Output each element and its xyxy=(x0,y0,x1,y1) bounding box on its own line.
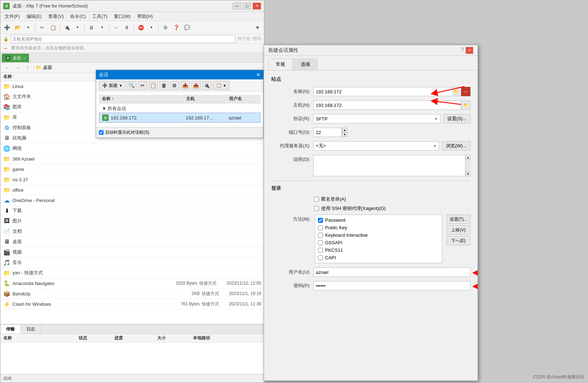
method-publickey-check[interactable] xyxy=(318,225,323,230)
export-btn[interactable]: 📤 xyxy=(191,81,201,90)
import-btn[interactable]: 📥 xyxy=(181,81,190,90)
menu-file[interactable]: 文件(F) xyxy=(2,13,23,20)
dropdown-btn-3[interactable]: ▼ xyxy=(97,23,107,33)
menu-tools[interactable]: 工具(T) xyxy=(89,13,110,20)
port-down-btn[interactable]: ▼ xyxy=(342,132,348,137)
list-item[interactable]: 📦 Bandizip 2KB 快捷方式 2023/11/1, 19:19 xyxy=(0,289,264,299)
chat-button[interactable]: 💬 xyxy=(182,23,192,33)
host-input[interactable] xyxy=(313,100,461,110)
desc-scroll-down[interactable]: ▼ xyxy=(465,171,470,176)
list-item[interactable]: 🎵 音乐 xyxy=(0,257,264,268)
tab-options[interactable]: 选项 xyxy=(293,59,318,70)
protocol-select[interactable]: SFTP ▼ xyxy=(313,114,440,123)
back-button[interactable]: ← xyxy=(3,64,12,72)
connect-session-btn[interactable]: 🔌 xyxy=(202,81,211,90)
list-item[interactable]: 📁 yan - 快捷方式 xyxy=(0,268,264,278)
cut-button[interactable]: ✂ xyxy=(37,23,47,33)
method-capi-check[interactable] xyxy=(318,255,323,260)
view-btn[interactable]: 📋 ▼ xyxy=(213,81,230,90)
list-item[interactable]: 🖥 桌面 xyxy=(0,237,264,247)
proxy-select[interactable]: <无> ▼ xyxy=(313,141,439,151)
new-session-btn[interactable]: ➕ 新建 ▼ xyxy=(99,81,126,90)
open-button[interactable]: 📂 xyxy=(13,23,23,33)
browse-btn[interactable]: 浏览(W)... xyxy=(442,141,470,151)
anon-login-checkbox[interactable] xyxy=(314,197,319,202)
dropdown-btn[interactable]: ▼ xyxy=(23,23,33,33)
transfer-tab[interactable]: 传输 xyxy=(0,325,21,334)
close-button[interactable]: ✕ xyxy=(253,3,261,10)
dropdown-btn-2[interactable]: ▼ xyxy=(73,23,83,33)
pause-button[interactable]: ⏸ xyxy=(122,23,132,33)
name-folder-btn[interactable]: 📁 xyxy=(452,87,461,96)
session-close-button[interactable]: ✕ xyxy=(256,72,260,78)
method-gssapi-check[interactable] xyxy=(318,240,323,245)
list-item[interactable]: 🖼 图片 xyxy=(0,216,264,226)
list-item[interactable]: ⚡ Clash for Windows 761 Bytes 快捷方式 2023/… xyxy=(0,299,264,309)
method-settings-btn[interactable]: 设置(T)... xyxy=(447,215,470,224)
scissors-btn[interactable]: ✂ xyxy=(138,81,147,90)
port-up-btn[interactable]: ▲ xyxy=(342,128,348,132)
method-password-check[interactable] xyxy=(318,218,323,223)
desktop-tab[interactable]: 🖥 桌面 × xyxy=(2,54,29,62)
name-input[interactable] xyxy=(313,87,452,96)
list-item[interactable]: 📁 office xyxy=(0,185,264,195)
file-date: 2023/11/1, 11:39 xyxy=(229,301,261,306)
ssh-agent-checkbox[interactable] xyxy=(314,206,319,211)
menu-help[interactable]: 帮助(H) xyxy=(134,13,156,20)
startup-check-input[interactable] xyxy=(99,130,104,135)
file-date: 2023/11/1, 19:19 xyxy=(229,291,261,296)
list-item[interactable]: 📄 文档 xyxy=(0,226,264,237)
dropdown-btn-4[interactable]: ▼ xyxy=(146,23,156,33)
help-button[interactable]: ❓ xyxy=(171,23,181,33)
list-item[interactable]: 📁 ns-3.37 xyxy=(0,175,264,185)
tab-general[interactable]: 常规 xyxy=(268,59,293,70)
connect-button[interactable]: 🔌 xyxy=(62,23,72,33)
up-button[interactable]: ↑ xyxy=(23,64,32,72)
maximize-button[interactable]: □ xyxy=(243,3,251,10)
delete-session-btn[interactable]: 🗑 xyxy=(159,81,169,90)
menu-edit[interactable]: 编辑(E) xyxy=(24,13,45,20)
method-down-btn[interactable]: 下へ(E) xyxy=(447,236,470,245)
address-input[interactable] xyxy=(11,35,235,43)
stop-button[interactable]: ⛔ xyxy=(136,23,146,33)
method-up-btn[interactable]: 上移(V) xyxy=(447,225,470,235)
list-item[interactable]: 📁 369 Azrael xyxy=(0,154,264,164)
settings-button[interactable]: ⚙ xyxy=(160,23,170,33)
menu-view[interactable]: 查看(V) xyxy=(45,13,66,20)
list-item[interactable]: 🐍 Anaconda Navigator 1020 Bytes 快捷方式 202… xyxy=(0,278,264,289)
desc-scroll-up[interactable]: ▲ xyxy=(465,155,470,160)
session-list-item[interactable]: 🖥 192.168.172. 192.168.17... azrael xyxy=(99,113,260,123)
menu-window[interactable]: 窗口(W) xyxy=(111,13,134,20)
more-button[interactable]: ▼ xyxy=(253,23,263,33)
search-session-btn[interactable]: 🔍 xyxy=(127,81,136,90)
show-on-startup-checkbox[interactable]: 启动时显示此对话框(S) xyxy=(99,129,149,136)
props-close-button[interactable]: ✕ xyxy=(465,47,473,54)
minimize-button[interactable]: ─ xyxy=(233,3,241,10)
monitor-button[interactable]: 🖥 xyxy=(86,23,96,33)
list-item[interactable]: 🎬 视频 xyxy=(0,247,264,257)
port-input[interactable] xyxy=(313,128,342,137)
password-input[interactable] xyxy=(313,281,470,290)
copy-session-btn[interactable]: 📋 xyxy=(149,81,158,90)
tab-close-button[interactable]: × xyxy=(23,56,25,60)
new-session-button[interactable]: ➕ xyxy=(2,23,12,33)
method-pkcs11-check[interactable] xyxy=(318,248,323,253)
log-tab[interactable]: 日志 xyxy=(21,325,41,334)
props-help-icon[interactable]: ? xyxy=(461,47,464,54)
list-item[interactable]: 🌐 网络 xyxy=(0,143,264,154)
copy-button[interactable]: 📋 xyxy=(48,23,58,33)
list-item[interactable]: 📁 game xyxy=(0,164,264,175)
list-item[interactable]: ☁ OneDrive - Personal xyxy=(0,195,264,206)
transfer-button[interactable]: ↔ xyxy=(111,23,121,33)
settings-btn[interactable]: 设置(S)... xyxy=(443,114,470,123)
properties-btn[interactable]: ⚙ xyxy=(170,81,179,90)
method-keyboard-check[interactable] xyxy=(318,233,323,238)
host-folder-btn[interactable]: 📁 xyxy=(461,100,470,110)
forward-button[interactable]: → xyxy=(13,64,22,72)
desc-textarea[interactable] xyxy=(313,155,465,176)
file-name: 369 Azrael xyxy=(13,156,261,162)
list-item[interactable]: ⬇ 下载 xyxy=(0,206,264,216)
menu-command[interactable]: 命令(C) xyxy=(67,13,89,20)
name-clear-btn[interactable]: ─ xyxy=(461,87,470,96)
username-input[interactable] xyxy=(313,267,470,277)
